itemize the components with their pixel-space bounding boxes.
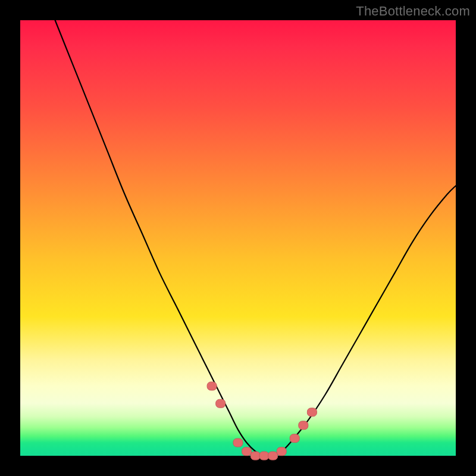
curve-marker (233, 439, 243, 447)
curve-marker (268, 452, 278, 460)
curve-marker (259, 452, 269, 460)
curve-marker (277, 447, 286, 456)
watermark-text: TheBottleneck.com (356, 4, 470, 19)
curve-marker (290, 434, 299, 443)
curve-marker (207, 382, 217, 390)
curve-marker (242, 447, 252, 456)
curve-marker (299, 421, 308, 430)
bottleneck-curve (55, 20, 456, 456)
plot-area (20, 20, 456, 456)
curve-marker (250, 452, 260, 460)
chart-svg (20, 20, 456, 456)
markers-group (207, 382, 317, 460)
chart-frame: TheBottleneck.com (0, 0, 476, 476)
curve-marker (307, 408, 317, 416)
curve-marker (216, 399, 226, 408)
